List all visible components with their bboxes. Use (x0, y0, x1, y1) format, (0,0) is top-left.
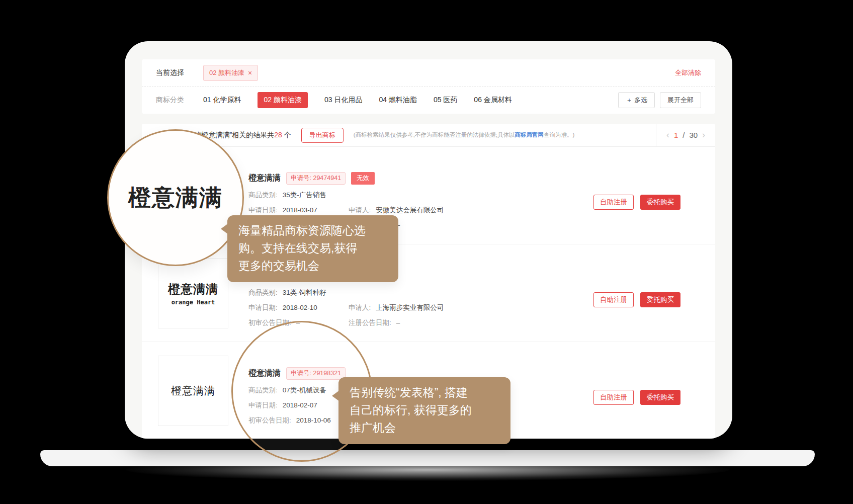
category-list: 01 化学原料 02 颜料油漆 03 日化用品 04 燃料油脂 05 医药 06… (203, 92, 512, 108)
category-item-03[interactable]: 03 日化用品 (324, 92, 362, 108)
applicant-value: 安徽美达会展有限公司 (376, 206, 444, 214)
export-trademark-button[interactable]: 导出商标 (301, 128, 344, 143)
selected-filter-tag[interactable]: 02 颜料油漆 × (203, 65, 258, 81)
disclaimer-post: 查询为准。) (544, 132, 574, 138)
category-tools: ＋ 多选 展开全部 (618, 92, 701, 108)
application-number-label: 申请号: (291, 175, 311, 182)
applicant-label: 申请人: (349, 304, 371, 311)
apply-date-label: 申请日期: (248, 206, 278, 214)
multi-select-button[interactable]: ＋ 多选 (618, 92, 655, 108)
reg-notice-value: – (396, 319, 400, 326)
disclaimer-pre: (商标检索结果仅供参考,不作为商标能否注册的法律依据;具体以 (354, 132, 515, 138)
trademark-image-text: 橙意满满 (171, 384, 215, 398)
category-item-06[interactable]: 06 金属材料 (474, 92, 511, 108)
results-count-unit: 个 (282, 131, 291, 139)
apply-date-value: 2018-02-10 (283, 304, 317, 311)
apply-date-value: 2018-03-07 (283, 206, 317, 214)
callout-tooltip: 海量精品商标资源随心选 购。支持在线交易,获得 更多的交易机会 (227, 215, 398, 282)
applicant-value: 上海雨步实业有限公司 (376, 304, 444, 311)
goods-class-value: 31类-饲料种籽 (283, 289, 326, 296)
applicant-label: 申请人: (349, 206, 371, 214)
apply-date-label: 申请日期: (248, 304, 278, 311)
goods-class-value: 35类-广告销售 (283, 191, 326, 199)
trademark-image-subtext: orange Heart (172, 299, 215, 306)
row-actions: 自助注册 委托购买 (593, 292, 680, 307)
selected-filter-tag-text: 02 颜料油漆 (209, 68, 244, 77)
category-item-05[interactable]: 05 医药 (434, 92, 457, 108)
application-number-value: 29474941 (313, 175, 341, 182)
magnified-trademark-text: 橙意满满 (128, 183, 223, 213)
total-pages: 30 (689, 131, 698, 139)
goods-class-label: 商品类别: (248, 191, 278, 199)
callout-tooltip: 告别传统“发表格”, 搭建 自己的标行, 获得更多的 推广机会 (338, 377, 510, 444)
trademark-office-link[interactable]: 商标局官网 (515, 132, 544, 138)
results-summary-bar: 已为您检索到“橙意满满”相关的结果共28 个 导出商标 (商标检索结果仅供参考,… (142, 124, 715, 147)
goods-class-label: 商品类别: (248, 289, 278, 296)
self-register-button[interactable]: 自助注册 (593, 390, 634, 405)
magnifier-circle: 橙意满满 (107, 129, 244, 266)
trademark-name: 橙意满满 (248, 173, 281, 184)
pagination: ‹ 1 / 30 › (656, 124, 715, 146)
category-item-02-active[interactable]: 02 颜料油漆 (258, 92, 307, 108)
next-page-icon[interactable]: › (702, 130, 705, 140)
category-row: 商标分类 01 化学原料 02 颜料油漆 03 日化用品 04 燃料油脂 05 … (142, 87, 715, 114)
row-actions: 自助注册 委托购买 (593, 195, 680, 210)
status-badge: 无效 (351, 172, 375, 185)
expand-all-button[interactable]: 展开全部 (660, 92, 701, 108)
filter-panel: 当前选择 02 颜料油漆 × 全部清除 商标分类 01 化学原料 02 颜料油漆… (142, 59, 715, 114)
prev-page-icon[interactable]: ‹ (666, 130, 669, 140)
self-register-button[interactable]: 自助注册 (593, 292, 634, 307)
reg-notice-label: 注册公告日期: (349, 319, 391, 326)
results-count: 28 (274, 131, 282, 139)
trademark-image: 橙意满满 (158, 356, 228, 426)
results-disclaimer: (商标检索结果仅供参考,不作为商标能否注册的法律依据;具体以商标局官网查询为准。… (354, 131, 575, 139)
category-item-04[interactable]: 04 燃料油脂 (379, 92, 416, 108)
entrust-buy-button[interactable]: 委托购买 (640, 292, 680, 307)
trademark-image-text: 橙意满满 (168, 281, 218, 297)
category-item-01[interactable]: 01 化学原料 (203, 92, 241, 108)
current-page: 1 (674, 131, 678, 139)
page-separator: / (683, 131, 685, 139)
category-label: 商标分类 (156, 96, 184, 105)
current-selection-row: 当前选择 02 颜料油漆 × 全部清除 (142, 59, 715, 87)
entrust-buy-button[interactable]: 委托购买 (640, 195, 680, 210)
application-number-tag: 申请号: 29474941 (286, 172, 346, 185)
row-actions: 自助注册 委托购买 (593, 390, 680, 405)
current-selection-label: 当前选择 (156, 68, 184, 77)
entrust-buy-button[interactable]: 委托购买 (640, 390, 680, 405)
self-register-button[interactable]: 自助注册 (593, 195, 634, 210)
clear-all-button[interactable]: 全部清除 (675, 68, 701, 77)
remove-filter-icon[interactable]: × (248, 69, 252, 76)
trademark-image: 橙意满满 orange Heart (158, 258, 228, 328)
laptop-base (40, 450, 815, 466)
